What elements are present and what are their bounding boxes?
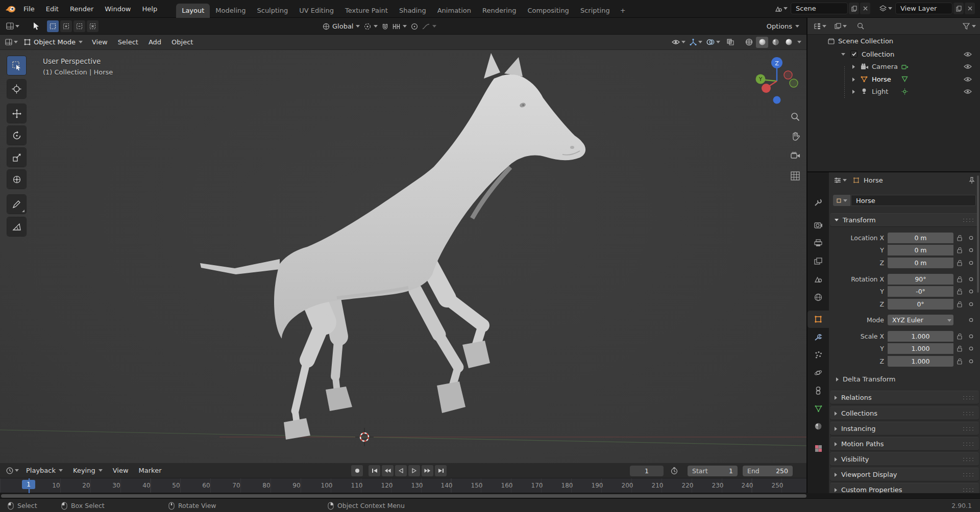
panel-grip[interactable] xyxy=(962,426,974,431)
preview-range-clock-icon[interactable] xyxy=(671,467,678,475)
workspace-tab-shading[interactable]: Shading xyxy=(394,4,432,18)
workspace-tab-compositing[interactable]: Compositing xyxy=(522,4,575,18)
disclosure-open-icon[interactable] xyxy=(841,53,845,56)
panel-grip[interactable] xyxy=(962,442,974,447)
toggle-ortho-grid-button[interactable] xyxy=(789,170,801,182)
panel-viewport-display[interactable]: Viewport Display xyxy=(830,468,979,481)
panel-grip[interactable] xyxy=(962,395,974,400)
tool-scale-button[interactable] xyxy=(7,148,26,167)
select-mode-extend-button[interactable] xyxy=(60,20,72,32)
animate-dot[interactable] xyxy=(969,346,973,351)
jump-to-start-button[interactable] xyxy=(369,465,380,476)
editor-type-button[interactable] xyxy=(812,21,828,31)
lock-icon[interactable] xyxy=(957,358,963,365)
gizmos-dropdown[interactable] xyxy=(690,39,702,46)
camera-view-button[interactable] xyxy=(789,149,801,162)
frame-end-field[interactable]: End 250 xyxy=(743,466,793,476)
scale-x-field[interactable]: 1.000 xyxy=(888,331,953,342)
object-visibility-dropdown[interactable] xyxy=(672,39,685,45)
add-workspace-button[interactable]: + xyxy=(616,4,630,18)
snap-toggle-button[interactable] xyxy=(382,23,388,30)
viewport-canvas[interactable] xyxy=(0,50,806,463)
current-frame-field[interactable]: 1 xyxy=(630,466,664,476)
scene-name-field[interactable]: Scene xyxy=(791,3,848,14)
workspace-tab-sculpting[interactable]: Sculpting xyxy=(251,4,293,18)
panel-relations[interactable]: Relations xyxy=(830,391,979,404)
disclosure-closed-icon[interactable] xyxy=(852,78,855,82)
camera-data-icon[interactable] xyxy=(901,64,909,69)
tool-annotate-button[interactable] xyxy=(7,195,26,214)
lock-icon[interactable] xyxy=(957,235,963,241)
workspace-tab-uv-editing[interactable]: UV Editing xyxy=(293,4,339,18)
menu-add[interactable]: Add xyxy=(143,35,166,50)
animate-dot[interactable] xyxy=(969,277,973,281)
disclosure-closed-icon[interactable] xyxy=(852,90,855,94)
animate-dot[interactable] xyxy=(969,359,973,364)
remove-view-layer-button[interactable] xyxy=(965,3,975,14)
animate-dot[interactable] xyxy=(969,318,973,322)
menu-edit[interactable]: Edit xyxy=(40,0,64,18)
prev-keyframe-button[interactable] xyxy=(382,465,394,476)
tool-transform-button[interactable] xyxy=(7,170,26,189)
tab-world[interactable] xyxy=(807,289,829,306)
workspace-tab-texture-paint[interactable]: Texture Paint xyxy=(339,4,394,18)
disclosure-closed-icon[interactable] xyxy=(852,65,855,69)
blender-logo-icon[interactable] xyxy=(5,5,16,13)
outliner-row-camera[interactable]: Camera xyxy=(807,61,980,73)
frame-start-field[interactable]: Start 1 xyxy=(688,466,738,476)
scrollbar-handle[interactable] xyxy=(1,494,806,498)
object-id-browse-button[interactable] xyxy=(833,195,850,206)
panel-grip[interactable] xyxy=(962,457,974,462)
tab-object[interactable] xyxy=(807,311,829,328)
tab-constraints[interactable] xyxy=(807,382,829,399)
view-layer-name-field[interactable]: View Layer xyxy=(895,3,952,14)
workspace-tab-animation[interactable]: Animation xyxy=(432,4,477,18)
search-icon[interactable] xyxy=(857,22,864,30)
gizmo-axis-z-neg[interactable] xyxy=(773,96,781,104)
horizontal-scrollbar[interactable] xyxy=(0,493,980,498)
rotation-x-field[interactable]: 90° xyxy=(888,274,953,285)
transform-orientation-dropdown[interactable]: Global xyxy=(323,22,360,30)
location-y-field[interactable]: 0 m xyxy=(888,245,953,255)
collection-checkbox[interactable] xyxy=(850,50,857,58)
workspace-tab-rendering[interactable]: Rendering xyxy=(477,4,522,18)
scale-z-field[interactable]: 1.000 xyxy=(888,356,953,367)
delta-transform-panel-header[interactable]: Delta Transform xyxy=(836,375,895,383)
play-reverse-button[interactable] xyxy=(395,465,407,476)
location-x-field[interactable]: 0 m xyxy=(888,233,953,243)
editor-type-button[interactable] xyxy=(4,21,21,31)
light-data-icon[interactable] xyxy=(901,88,908,95)
workspace-tab-modeling[interactable]: Modeling xyxy=(210,4,251,18)
object-name-field[interactable]: Horse xyxy=(851,195,976,206)
jump-to-end-button[interactable] xyxy=(435,465,447,476)
panel-collections[interactable]: Collections xyxy=(830,406,979,420)
panel-grip[interactable] xyxy=(962,488,974,493)
playhead-frame-badge[interactable]: 1 xyxy=(22,480,35,489)
gizmo-axis-x[interactable] xyxy=(762,84,771,93)
options-dropdown[interactable]: Options xyxy=(767,22,799,30)
menu-view[interactable]: View xyxy=(108,463,134,478)
filter-dropdown[interactable] xyxy=(963,23,976,30)
animate-dot[interactable] xyxy=(969,334,973,339)
menu-object[interactable]: Object xyxy=(166,35,198,50)
location-z-field[interactable]: 0 m xyxy=(888,258,953,268)
lock-icon[interactable] xyxy=(957,260,963,266)
menu-view[interactable]: View xyxy=(87,35,113,50)
lock-icon[interactable] xyxy=(957,247,963,253)
panel-visibility[interactable]: Visibility xyxy=(830,452,979,466)
gizmo-axis-x-neg[interactable] xyxy=(784,71,792,79)
editor-type-button[interactable] xyxy=(3,37,20,47)
animate-dot[interactable] xyxy=(969,236,973,240)
animate-dot[interactable] xyxy=(969,261,973,265)
gizmo-axis-y-neg[interactable] xyxy=(790,79,798,87)
eye-icon[interactable] xyxy=(964,64,972,69)
pivot-point-dropdown[interactable] xyxy=(364,23,378,30)
eye-icon[interactable] xyxy=(964,52,972,57)
unlink-scene-button[interactable] xyxy=(860,3,870,14)
select-mode-new-button[interactable] xyxy=(47,20,59,32)
lock-icon[interactable] xyxy=(957,288,963,295)
xray-toggle-button[interactable] xyxy=(724,37,737,48)
scale-y-field[interactable]: 1.000 xyxy=(888,343,953,354)
menu-playback[interactable]: Playback xyxy=(21,463,68,478)
menu-keying[interactable]: Keying xyxy=(68,463,108,478)
